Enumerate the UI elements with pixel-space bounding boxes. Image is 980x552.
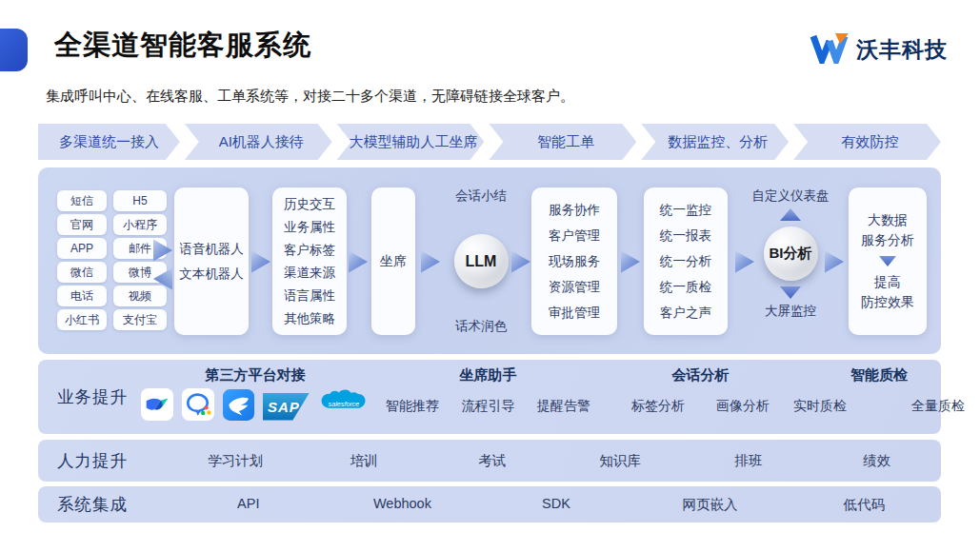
agent-assist-group: 坐席助手 智能推荐 流程引导 提醒告警: [386, 360, 590, 434]
process-banner: 多渠道统一接入 AI机器人接待 大模型辅助人工坐席 智能工单 数据监控、分析 有…: [38, 124, 941, 160]
third-party-group: 第三方平台对接: [141, 360, 370, 434]
group-item: 实时质检: [793, 398, 847, 415]
row-label: 人力提升: [38, 449, 171, 472]
system-integration-row: 系统集成 API Webhook SDK 网页嵌入 低代码: [38, 486, 941, 522]
channel-chip: 短信: [57, 190, 107, 211]
attribute-item: 语言属性: [284, 285, 335, 307]
group-item: 标签分析: [631, 398, 685, 415]
hr-item: 培训: [300, 452, 429, 470]
attribute-item: 历史交互: [284, 193, 335, 216]
arrow-right-icon: [349, 249, 368, 274]
slide: 全渠道智能客服系统 沃丰科技 集成呼叫中心、在线客服、工单系统等，对接二十多个渠…: [0, 0, 980, 552]
group-item: 流程引导: [462, 398, 515, 415]
banner-step: 有效防控: [793, 124, 941, 160]
w-logo-icon: [810, 31, 850, 68]
hr-item: 学习计划: [171, 452, 300, 470]
service-item: 客户管理: [549, 223, 600, 248]
integration-item: 网页嵌入: [633, 496, 788, 514]
robot-box: 语音机器人 文本机器人: [174, 187, 249, 335]
brand-logo: 沃丰科技: [810, 31, 948, 68]
salesforce-text: salesforce: [329, 400, 360, 408]
sap-icon: SAP: [263, 393, 310, 421]
integration-item: API: [171, 496, 326, 514]
channel-chip: 视频: [113, 286, 167, 306]
outcome-line: 防控效果: [861, 292, 914, 312]
bi-top-label: 自定义仪表盘: [752, 187, 830, 205]
integration-item: SDK: [479, 496, 633, 514]
service-item: 资源管理: [549, 274, 600, 300]
flow-diagram-panel: 短信 H5 官网 小程序 APP 邮件 微信 微博 电话 视频 小红书 支付宝 …: [38, 168, 941, 354]
triangle-down-icon: [780, 286, 801, 299]
llm-top-label: 会话小结: [455, 187, 507, 205]
channel-chip: 官网: [57, 214, 107, 235]
service-box: 服务协作 客户管理 现场服务 资源管理 审批管理: [531, 187, 617, 335]
banner-step: 智能工单: [489, 124, 636, 160]
group-title: 坐席助手: [386, 366, 590, 384]
attribute-item: 客户标签: [284, 239, 335, 262]
hr-item: 排班: [685, 452, 813, 470]
lark-icon: [141, 388, 173, 424]
hr-item: 知识库: [556, 452, 685, 470]
channel-chip: 支付宝: [113, 309, 167, 330]
robot-line: 语音机器人: [179, 237, 244, 262]
outcome-box: 大数据 服务分析 提高 防控效果: [849, 187, 927, 335]
unified-item: 统一质检: [660, 274, 711, 300]
outcome-line: 服务分析: [861, 230, 914, 250]
dingtalk-icon: [223, 389, 254, 424]
banner-step: 大模型辅助人工坐席: [337, 124, 485, 160]
llm-bottom-label: 话术润色: [455, 318, 507, 335]
outcome-line: 提高: [874, 272, 901, 292]
row-label: 业务提升: [57, 385, 128, 408]
group-item: 提醒告警: [537, 398, 590, 415]
row-label: 系统集成: [38, 493, 171, 516]
robot-line: 文本机器人: [179, 262, 244, 286]
arrow-right-icon: [251, 249, 270, 274]
salesforce-icon: salesforce: [318, 386, 370, 426]
group-item: 全量质检: [911, 398, 965, 415]
outcome-line: 大数据: [868, 210, 908, 230]
channel-chip: 微信: [57, 262, 107, 283]
integration-item: Webhook: [326, 496, 480, 514]
attributes-box: 历史交互 业务属性 客户标签 渠道来源 语言属性 其他策略: [272, 187, 347, 335]
service-item: 服务协作: [549, 197, 600, 223]
llm-sphere: LLM: [454, 234, 509, 288]
banner-step: AI机器人接待: [185, 124, 332, 160]
service-item: 审批管理: [549, 300, 600, 325]
channel-chip: H5: [113, 190, 167, 211]
attribute-item: 业务属性: [284, 216, 335, 239]
channel-chip: 小程序: [113, 214, 167, 235]
quality-inspection-group: 智能质检 实时质检 全量质检: [793, 360, 965, 434]
arrow-right-icon: [621, 249, 640, 274]
integration-item: 低代码: [787, 496, 941, 514]
attribute-item: 其他策略: [284, 307, 335, 330]
channel-chip-grid: 短信 H5 官网 小程序 APP 邮件 微信 微博 电话 视频 小红书 支付宝: [57, 190, 167, 330]
group-title: 会话分析: [631, 366, 770, 384]
bi-sphere: BI分析: [764, 227, 818, 281]
bi-bottom-label: 大屏监控: [765, 303, 816, 320]
service-item: 现场服务: [549, 248, 600, 274]
hr-item: 绩效: [812, 452, 941, 470]
third-party-icon-row: SAP salesforce: [141, 386, 370, 426]
banner-step: 数据监控、分析: [641, 124, 789, 160]
unified-item: 统一分析: [660, 248, 711, 274]
conversation-analysis-group: 会话分析 标签分析 画像分析: [631, 360, 770, 434]
unified-box: 统一监控 统一报表 统一分析 统一质检 客户之声: [644, 187, 728, 335]
unified-item: 客户之声: [660, 300, 711, 325]
title-accent-bar: [0, 29, 28, 71]
triangle-up-icon: [780, 208, 801, 221]
triangle-down-icon: [879, 256, 896, 266]
slide-subtitle: 集成呼叫中心、在线客服、工单系统等，对接二十多个渠道，无障碍链接全球客户。: [46, 88, 574, 106]
group-item: 画像分析: [716, 398, 770, 415]
banner-step: 多渠道统一接入: [38, 124, 180, 160]
attribute-item: 渠道来源: [284, 262, 335, 285]
channel-chip: 电话: [57, 286, 107, 306]
channel-chip: 小红书: [57, 309, 107, 330]
group-title: 智能质检: [793, 366, 965, 384]
group-title: 第三方平台对接: [141, 366, 370, 384]
agent-box: 坐席: [371, 187, 415, 335]
hr-item: 考试: [428, 452, 556, 470]
brand-name: 沃丰科技: [856, 35, 948, 65]
page-title: 全渠道智能客服系统: [54, 27, 311, 65]
wechat-work-icon: [182, 388, 214, 424]
unified-item: 统一报表: [660, 223, 711, 248]
